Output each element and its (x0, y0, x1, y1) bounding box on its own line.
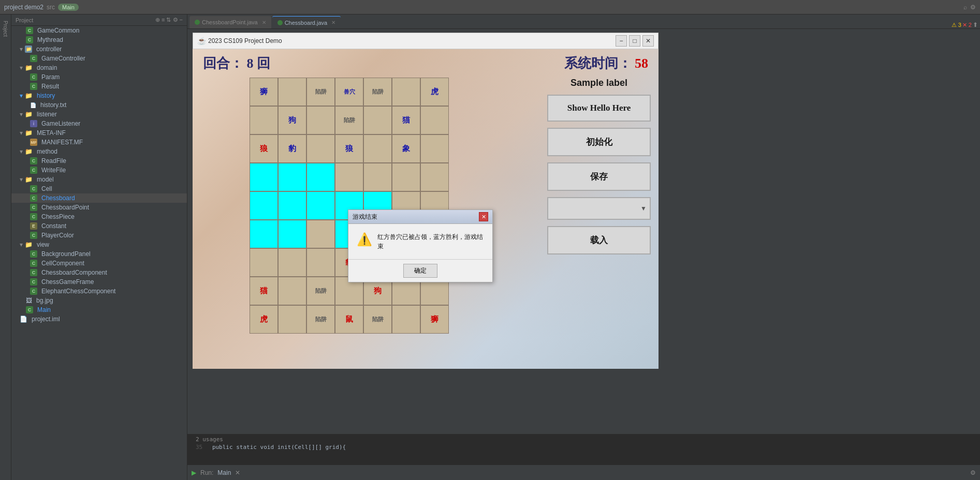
cell-8-3[interactable]: 鼠 (335, 305, 363, 334)
tree-item-domain[interactable]: ▾ 📁 domain (11, 63, 187, 72)
cell-3-2[interactable] (306, 163, 335, 191)
cell-8-0[interactable]: 虎 (250, 305, 278, 334)
tab-chessboardpoint[interactable]: ChessboardPoint.java ✕ (189, 16, 271, 28)
settings-icon[interactable]: ⚙ (970, 4, 976, 11)
tree-item-method[interactable]: ▾ 📁 method (11, 147, 187, 156)
gear-icon[interactable]: ⚙ (970, 469, 976, 476)
cell-2-1[interactable]: 豹 (278, 134, 306, 163)
cell-1-5[interactable]: 猫 (392, 106, 420, 134)
tree-item-cell[interactable]: C Cell (11, 184, 187, 193)
tree-item-listener[interactable]: ▾ 📁 listener (11, 110, 187, 119)
cell-2-3[interactable]: 狼 (335, 134, 363, 163)
cell-2-0[interactable]: 狼 (250, 134, 278, 163)
show-hello-button[interactable]: Show Hello Here (547, 95, 651, 122)
cell-4-2[interactable] (306, 191, 335, 220)
tree-item-history-txt[interactable]: 📄 history.txt (11, 100, 187, 110)
init-button[interactable]: 初始化 (547, 128, 651, 156)
cell-8-2[interactable]: 陷阱 (306, 305, 335, 334)
tree-item-constant[interactable]: E Constant (11, 221, 187, 231)
dialog-title: 游戏结束 (353, 213, 377, 221)
tree-label: method (37, 148, 57, 155)
cell-0-3[interactable]: 兽穴 (335, 78, 363, 106)
error-icon: ✕ 2 (962, 22, 972, 28)
save-button[interactable]: 保存 (547, 162, 651, 191)
tree-item-model[interactable]: ▾ 📁 model (11, 175, 187, 184)
dialog-container: 游戏结束 ✕ ⚠️ 红方兽穴已被占领，蓝方胜利，游戏结束 确定 (348, 209, 493, 282)
run-triangle-icon[interactable]: ▶ (192, 469, 196, 476)
tree-item-backgroundpanel[interactable]: C BackgroundPanel (11, 249, 187, 259)
cell-5-2 (306, 220, 335, 248)
cell-5-1[interactable] (278, 220, 306, 248)
close-button[interactable]: ✕ (642, 35, 654, 47)
cell-0-6[interactable]: 虎 (420, 78, 449, 106)
tree-item-gamelistener[interactable]: i GameListener (11, 119, 187, 128)
cell-1-1[interactable]: 狗 (278, 106, 306, 134)
tree-item-manifest[interactable]: MF MANIFEST.MF (11, 138, 187, 147)
game-select[interactable] (547, 197, 651, 220)
tree-item-elephantchess[interactable]: C ElephantChessComponent (11, 287, 187, 296)
cell-0-1 (278, 78, 306, 106)
cell-2-5[interactable]: 象 (392, 134, 420, 163)
cell-4-0[interactable] (250, 191, 278, 220)
tree-item-main[interactable]: C Main (11, 305, 187, 314)
tree-item-controller[interactable]: ▾ 📁 controller (11, 44, 187, 54)
expand-icon[interactable]: ⬆ (973, 21, 978, 28)
class-icon: C (30, 167, 37, 174)
cell-7-2[interactable]: 陷阱 (306, 277, 335, 305)
tree-item-mythread[interactable]: C Mythread (11, 35, 187, 44)
tree-container: C GameCommon C Mythread ▾ 📁 controller C (11, 26, 187, 324)
editor-annotation: 2 usages (196, 436, 972, 443)
tree-item-chessboardpoint[interactable]: C ChessboardPoint (11, 203, 187, 212)
cell-0-4[interactable]: 陷阱 (363, 78, 392, 106)
cell-1-3[interactable]: 陷阱 (335, 106, 363, 134)
class-icon: C (30, 269, 37, 276)
tree-label: Main (37, 306, 51, 313)
tree-item-gamecontroller[interactable]: C GameController (11, 54, 187, 63)
load-button[interactable]: 载入 (547, 226, 651, 254)
search-icon[interactable]: ⌕ (963, 4, 967, 11)
tab-chessboard[interactable]: Chessboard.java ✕ (272, 16, 341, 28)
tree-item-chesspiece[interactable]: C ChessPiece (11, 212, 187, 221)
tree-item-result[interactable]: C Result (11, 82, 187, 91)
tree-item-param[interactable]: C Param (11, 72, 187, 82)
cell-5-0[interactable] (250, 220, 278, 248)
sample-label: Sample label (547, 78, 651, 88)
cell-0-0[interactable]: 狮 (250, 78, 278, 106)
tree-item-readfile[interactable]: C ReadFile (11, 156, 187, 166)
cell-3-0[interactable] (250, 163, 278, 191)
tree-item-writefile[interactable]: C WriteFile (11, 166, 187, 175)
dialog-close-button[interactable]: ✕ (479, 212, 488, 221)
cell-3-1[interactable] (278, 163, 306, 191)
cell-8-6[interactable]: 狮 (420, 305, 449, 334)
tree-item-chessboardcomponent[interactable]: C ChessboardComponent (11, 268, 187, 277)
class-icon: C (30, 194, 37, 202)
project-icon[interactable]: Project (3, 21, 8, 37)
cell-1-4 (363, 106, 392, 134)
cell-0-2[interactable]: 陷阱 (306, 78, 335, 106)
run-close-icon[interactable]: ✕ (235, 469, 240, 476)
tree-item-gamecommon[interactable]: C GameCommon (11, 26, 187, 35)
cell-6-0 (250, 248, 278, 277)
tree-item-cellcomponent[interactable]: C CellComponent (11, 259, 187, 268)
tree-label: ChessGameFrame (41, 278, 94, 286)
dialog-titlebar: 游戏结束 ✕ (348, 210, 492, 224)
cell-7-0[interactable]: 猫 (250, 277, 278, 305)
sidebar-tools[interactable]: ⊕ ≡ ⇅ ⚙ − (155, 17, 183, 23)
cell-8-4[interactable]: 陷阱 (363, 305, 392, 334)
minimize-button[interactable]: − (616, 35, 627, 47)
tree-item-chessgameframe[interactable]: C ChessGameFrame (11, 277, 187, 287)
tree-item-playercolor[interactable]: C PlayerColor (11, 231, 187, 240)
cell-2-6 (420, 134, 449, 163)
tab-close-icon[interactable]: ✕ (331, 20, 335, 25)
tree-item-projectiml[interactable]: 📄 project.iml (11, 314, 187, 324)
tab-close-icon[interactable]: ✕ (262, 20, 266, 25)
tree-item-bgjpg[interactable]: 🖼 bg.jpg (11, 296, 187, 305)
dialog-ok-button[interactable]: 确定 (403, 264, 437, 278)
tree-item-metainf[interactable]: ▾ 📁 META-INF (11, 128, 187, 138)
folder-icon: 📁 (25, 176, 33, 183)
tree-item-history[interactable]: ▾ 📁 history (11, 91, 187, 100)
cell-4-1[interactable] (278, 191, 306, 220)
tree-item-view[interactable]: ▾ 📁 view (11, 240, 187, 249)
maximize-button[interactable]: □ (629, 35, 640, 47)
tree-item-chessboard[interactable]: C Chessboard (11, 193, 187, 203)
